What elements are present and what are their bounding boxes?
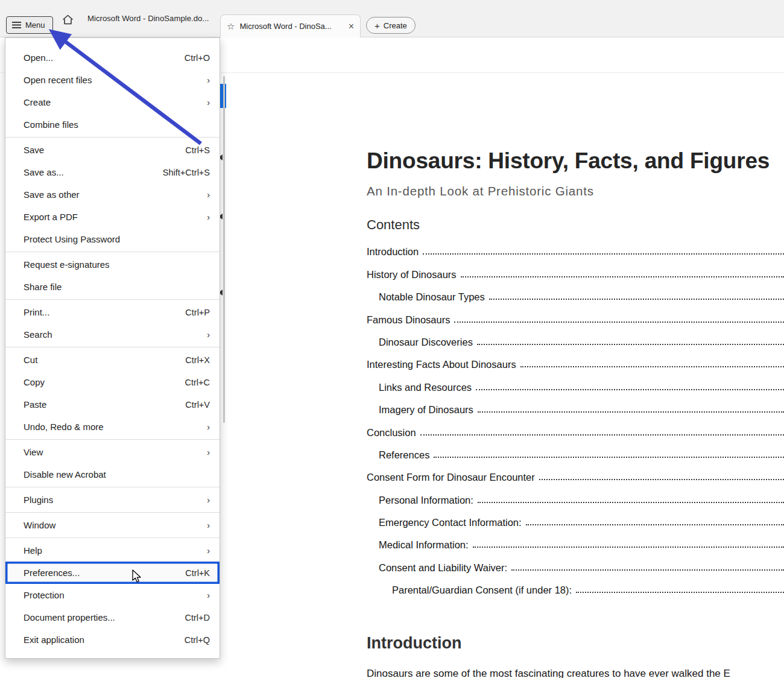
toc-entry[interactable]: Dinosaur Discoveries: [367, 329, 784, 352]
menu-item-label: Open...: [24, 52, 185, 63]
toc-entry-label: Dinosaur Discoveries: [379, 337, 473, 352]
menu-item-shortcut: Ctrl+S: [185, 145, 210, 155]
toc-entry-label: Imagery of Dinosaurs: [379, 404, 473, 419]
toolbar-document-title[interactable]: Microsoft Word - DinoSample.do...: [87, 0, 209, 37]
toc-entry[interactable]: Conclusion: [367, 419, 784, 442]
document-subtitle: An In-depth Look at Prehistoric Giants: [367, 184, 784, 198]
menu-item-label: Save as...: [24, 167, 163, 177]
menu-item-cut[interactable]: CutCtrl+X: [5, 349, 220, 371]
toc-entry[interactable]: Parental/Guardian Consent (if under 18):: [367, 577, 784, 600]
submenu-chevron-icon: ›: [207, 330, 210, 340]
menu-item-shortcut: Ctrl+D: [185, 613, 210, 623]
hamburger-icon: [12, 22, 21, 28]
menu-item-label: Undo, Redo & more: [24, 422, 207, 432]
menu-separator: [5, 299, 220, 300]
menu-item-protection[interactable]: Protection›: [5, 584, 220, 606]
menu-item-protect-using-password[interactable]: Protect Using Password: [5, 228, 220, 250]
toc-entry[interactable]: References: [367, 442, 784, 464]
toc-entry[interactable]: Introduction: [367, 239, 784, 261]
document-tab[interactable]: ☆ Microsoft Word - DinoSa... ×: [220, 14, 361, 37]
menu-item-open-recent-files[interactable]: Open recent files›: [5, 69, 220, 91]
toc-entry-label: Medical Information:: [379, 539, 469, 554]
menu-item-label: Document properties...: [24, 612, 185, 623]
toc-entry[interactable]: Notable Dinosaur Types: [367, 284, 784, 306]
favorite-star-icon[interactable]: ☆: [227, 21, 235, 32]
toc-entry[interactable]: Links and Resources: [367, 374, 784, 396]
menu-item-save-as[interactable]: Save as...Shift+Ctrl+S: [5, 161, 220, 183]
menu-item-label: Save as other: [24, 189, 207, 200]
menu-item-label: Open recent files: [24, 75, 207, 85]
toc-leader-dots: [478, 502, 784, 503]
toc-entry[interactable]: Emergency Contact Information:: [367, 510, 784, 532]
menu-button[interactable]: Menu: [6, 16, 53, 34]
menu-item-shortcut: Ctrl+O: [185, 53, 210, 63]
menu-item-paste[interactable]: PasteCtrl+V: [5, 393, 220, 416]
menu-item-label: Plugins: [24, 495, 207, 505]
menu-item-label: Disable new Acrobat: [24, 469, 210, 480]
menu-item-label: View: [24, 447, 207, 457]
toc-entry[interactable]: Famous Dinosaurs: [367, 306, 784, 329]
toc-entry[interactable]: Consent and Liability Waiver:: [367, 554, 784, 577]
menu-item-search[interactable]: Search›: [5, 323, 220, 346]
menu-item-document-properties[interactable]: Document properties...Ctrl+D: [5, 606, 220, 629]
submenu-chevron-icon: ›: [207, 448, 210, 457]
menu-item-share-file[interactable]: Share file: [5, 276, 220, 298]
menu-item-shortcut: Ctrl+P: [185, 308, 210, 317]
submenu-chevron-icon: ›: [207, 591, 210, 600]
menu-item-undo-redo-more[interactable]: Undo, Redo & more›: [5, 416, 220, 438]
menu-item-view[interactable]: View›: [5, 441, 220, 463]
menu-item-export-a-pdf[interactable]: Export a PDF›: [5, 206, 220, 228]
top-toolbar: Menu Microsoft Word - DinoSample.do... ☆…: [0, 0, 784, 37]
toc-entry[interactable]: Medical Information:: [367, 532, 784, 554]
toc-entry[interactable]: Interesting Facts About Dinosaurs: [367, 352, 784, 374]
menu-item-save[interactable]: SaveCtrl+S: [5, 139, 220, 161]
menu-item-preferences[interactable]: Preferences...Ctrl+K: [5, 562, 220, 584]
toc-leader-dots: [478, 411, 784, 413]
toc-entry[interactable]: Consent Form for Dinosaur Encounter: [367, 464, 784, 487]
panel-scrollbar[interactable]: [223, 76, 225, 423]
plus-icon: +: [375, 21, 380, 31]
menu-button-label: Menu: [25, 21, 45, 30]
menu-item-label: Request e-signatures: [24, 259, 210, 270]
toc-leader-dots: [520, 366, 784, 367]
toc-entry-label: Parental/Guardian Consent (if under 18):: [392, 585, 572, 600]
toc-entry-label: Consent and Liability Waiver:: [379, 562, 507, 577]
toc-leader-dots: [473, 547, 784, 548]
toc-entry-label: Emergency Contact Information:: [379, 517, 522, 532]
toc-leader-dots: [420, 434, 784, 436]
toc-entry-label: Conclusion: [367, 427, 416, 442]
toc-entry[interactable]: Imagery of Dinosaurs: [367, 397, 784, 419]
menu-item-shortcut: Ctrl+V: [185, 400, 210, 410]
menu-item-label: Search: [24, 329, 207, 340]
toc-leader-dots: [423, 253, 784, 255]
menu-item-copy[interactable]: CopyCtrl+C: [5, 371, 220, 393]
toc-leader-dots: [477, 344, 784, 345]
menu-item-exit-application[interactable]: Exit applicationCtrl+Q: [5, 629, 220, 651]
menu-separator: [5, 537, 220, 538]
home-button[interactable]: [60, 13, 75, 26]
toc-entry[interactable]: Personal Information:: [367, 487, 784, 509]
toc-entry-label: Famous Dinosaurs: [367, 314, 450, 329]
submenu-chevron-icon: ›: [207, 190, 210, 200]
menu-item-create[interactable]: Create›: [5, 91, 220, 113]
toc-leader-dots: [461, 276, 784, 277]
menu-item-print[interactable]: Print...Ctrl+P: [5, 301, 220, 323]
toc-entry-label: References: [379, 449, 429, 464]
menu-item-disable-new-acrobat[interactable]: Disable new Acrobat: [5, 463, 220, 486]
toc-entry-label: Consent Form for Dinosaur Encounter: [367, 472, 535, 487]
create-button[interactable]: + Create: [366, 17, 416, 34]
menu-item-combine-files[interactable]: Combine files: [5, 113, 220, 136]
menu-item-request-e-signatures[interactable]: Request e-signatures: [5, 253, 220, 276]
document-page: Dinosaurs: History, Facts, and Figures A…: [367, 72, 784, 678]
toc-leader-dots: [434, 457, 784, 458]
toc-entry[interactable]: History of Dinosaurs: [367, 261, 784, 284]
menu-item-help[interactable]: Help›: [5, 539, 220, 562]
menu-item-open[interactable]: Open...Ctrl+O: [5, 46, 220, 69]
menu-item-window[interactable]: Window›: [5, 514, 220, 536]
menu-item-save-as-other[interactable]: Save as other›: [5, 183, 220, 206]
toc-entry-label: History of Dinosaurs: [367, 269, 457, 284]
menu-item-plugins[interactable]: Plugins›: [5, 489, 220, 511]
tab-close-icon[interactable]: ×: [349, 22, 354, 31]
toc-entry-label: Introduction: [367, 246, 419, 261]
create-button-label: Create: [384, 21, 407, 30]
